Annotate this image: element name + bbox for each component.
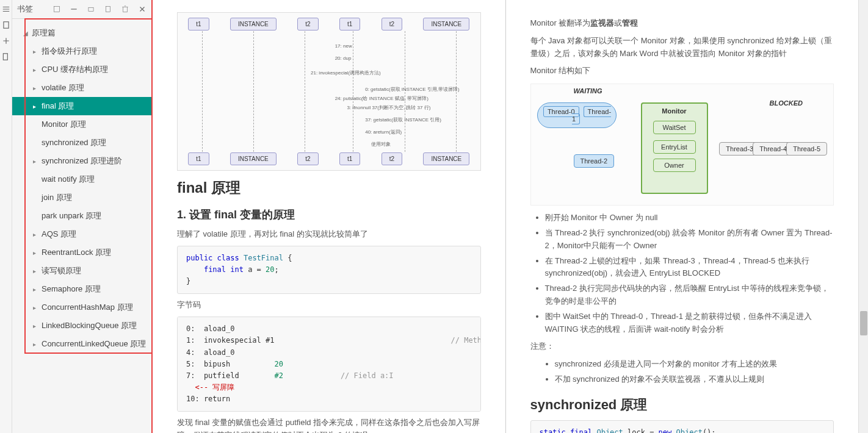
page-title: final 原理 (177, 178, 481, 198)
sidebar-title: 书签 (17, 4, 33, 15)
section-heading-sync: synchronized 原理 (530, 396, 834, 414)
svg-rect-0 (3, 22, 8, 29)
collapse-icon[interactable] (70, 5, 78, 13)
page-icon[interactable] (2, 52, 10, 61)
content: t1INSTANCEt2t1t2INSTANCE t1INSTANCEt2t1t… (153, 0, 868, 433)
bookmark-icon[interactable] (2, 21, 10, 29)
sidebar-item[interactable]: join 原理 (12, 188, 151, 207)
monitor-diagram: WAITING BLOCKED Thread-0 Thread-1 Thread… (530, 84, 834, 206)
expand-icon[interactable] (52, 5, 61, 13)
sidebar-item[interactable]: ▸final 原理 (12, 97, 151, 115)
paragraph: Monitor 被翻译为监视器或管程 (530, 17, 834, 30)
note-list: synchronized 必须是进入同一个对象的 monitor 才有上述的效果… (555, 358, 834, 386)
paragraph: 每个 Java 对象都可以关联一个 Monitor 对象，如果使用 synchr… (530, 35, 834, 60)
paragraph: 发现 final 变量的赋值也会通过 putfield 指令来完成，同样在这条指… (177, 417, 481, 433)
close-icon[interactable] (138, 5, 146, 13)
sidebar-item[interactable]: ▸volatile 原理 (12, 79, 151, 97)
scrollbar[interactable] (858, 0, 868, 433)
code-block-1: public class TestFinal { final int a = 2… (177, 246, 481, 295)
left-rail (0, 0, 12, 433)
code-block-2: 0: aload_0 1: invokespecial #1 // Method… (177, 317, 481, 412)
svg-rect-2 (54, 6, 59, 12)
sidebar-item[interactable]: ▸Semaphore 原理 (12, 280, 151, 298)
settings-icon[interactable] (104, 5, 112, 13)
paragraph: Monitor 结构如下 (530, 65, 834, 77)
sidebar-item[interactable]: ▸指令级并行原理 (12, 42, 151, 60)
print-icon[interactable] (87, 5, 95, 13)
delete-icon[interactable] (121, 5, 129, 13)
sidebar-item[interactable]: Monitor 原理 (12, 115, 151, 134)
sidebar-item[interactable]: park unpark 原理 (12, 207, 151, 225)
svg-rect-1 (3, 54, 7, 60)
sidebar-item[interactable]: ▸CPU 缓存结构原理 (12, 60, 151, 79)
scrollbar-thumb[interactable] (860, 311, 867, 335)
sidebar-item[interactable]: ▸ReentrantLock 原理 (12, 243, 151, 262)
sidebar-item[interactable]: ▸读写锁原理 (12, 262, 151, 280)
sidebar-item[interactable]: ▸ConcurrentLinkedQueue 原理 (12, 335, 151, 353)
section-heading-1: 1. 设置 final 变量的原理 (177, 207, 481, 222)
svg-rect-3 (89, 8, 93, 12)
sidebar-item[interactable]: ▸AQS 原理 (12, 225, 151, 243)
sidebar-item[interactable]: ▸LinkedBlockingQueue 原理 (12, 317, 151, 335)
content-right-column: Monitor 被翻译为监视器或管程 每个 Java 对象都可以关联一个 Mon… (506, 0, 859, 433)
paragraph: 理解了 volatile 原理，再对比 final 的实现就比较简单了 (177, 228, 481, 241)
bullet-list: 刚开始 Monitor 中 Owner 为 null当 Thread-2 执行 … (545, 212, 834, 335)
sidebar-item[interactable]: synchronized 原理 (12, 134, 151, 152)
paragraph: 字节码 (177, 299, 481, 312)
content-left-column: t1INSTANCEt2t1t2INSTANCE t1INSTANCEt2t1t… (153, 0, 506, 433)
menu-icon[interactable] (2, 5, 10, 13)
note-label: 注意： (530, 340, 834, 353)
sidebar-item[interactable]: ◢原理篇 (12, 24, 151, 42)
sequence-diagram: t1INSTANCEt2t1t2INSTANCE t1INSTANCEt2t1t… (177, 12, 481, 171)
sidebar-item[interactable]: ▸synchronized 原理进阶 (12, 152, 151, 170)
svg-rect-4 (106, 6, 110, 12)
bookmark-tree: ◢原理篇▸指令级并行原理▸CPU 缓存结构原理▸volatile 原理▸fina… (12, 19, 151, 433)
code-block-3: static final Object lock = new Object();… (530, 420, 834, 433)
sidebar-item[interactable]: wait notify 原理 (12, 170, 151, 188)
sidebar-item[interactable]: ▸ConcurrentHashMap 原理 (12, 298, 151, 317)
sidebar-header: 书签 (12, 0, 151, 19)
sidebar: 书签 ◢原理篇▸指令级并行原理▸CPU 缓存结构原理▸volatile 原理▸f… (12, 0, 153, 433)
attachment-icon[interactable] (2, 37, 10, 45)
